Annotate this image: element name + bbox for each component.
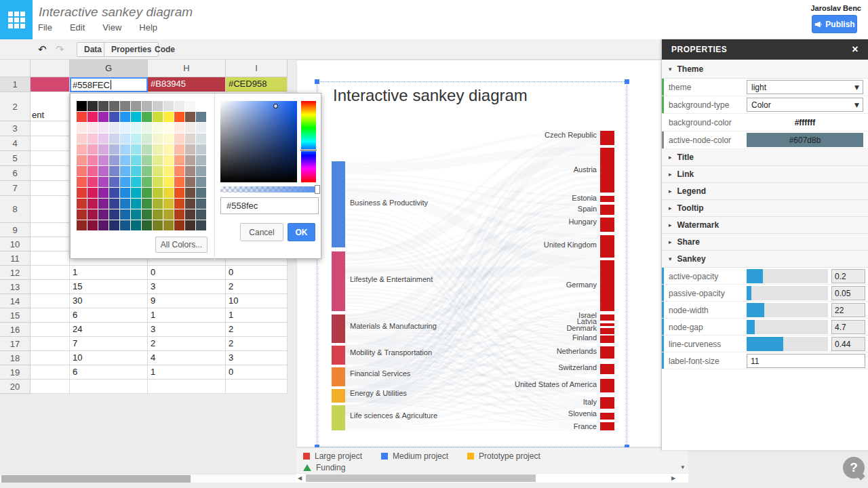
cell[interactable]: [31, 223, 70, 237]
row-header-3[interactable]: 3: [0, 121, 31, 136]
cell[interactable]: [31, 266, 70, 280]
palette-swatch[interactable]: [98, 220, 108, 230]
cell[interactable]: [226, 380, 288, 394]
corner-cell[interactable]: [0, 60, 31, 77]
palette-swatch[interactable]: [142, 112, 152, 122]
cell[interactable]: 1: [70, 266, 148, 280]
hue-handle[interactable]: [300, 149, 317, 151]
scroll-right-icon[interactable]: ▶: [671, 475, 675, 481]
palette-swatch[interactable]: [142, 134, 152, 144]
palette-swatch[interactable]: [77, 134, 87, 144]
palette-swatch[interactable]: [174, 123, 184, 133]
column-header-g[interactable]: G: [70, 60, 148, 77]
cell[interactable]: 1: [148, 365, 226, 380]
palette-swatch[interactable]: [142, 177, 152, 187]
palette-swatch[interactable]: [174, 199, 184, 209]
palette-swatch[interactable]: [98, 177, 108, 187]
palette-swatch[interactable]: [174, 166, 184, 176]
palette-swatch[interactable]: [120, 220, 130, 230]
palette-swatch[interactable]: [174, 220, 184, 230]
alpha-slider[interactable]: [220, 186, 319, 192]
palette-swatch[interactable]: [153, 166, 163, 176]
palette-swatch[interactable]: [98, 112, 108, 122]
palette-swatch[interactable]: [77, 177, 87, 187]
palette-swatch[interactable]: [185, 177, 195, 187]
legend-item[interactable]: Prototype project: [467, 451, 540, 461]
row-header-17[interactable]: 17: [0, 337, 31, 351]
palette-swatch[interactable]: [131, 123, 141, 133]
cell[interactable]: 2: [226, 323, 288, 337]
palette-swatch[interactable]: [163, 166, 174, 176]
cell[interactable]: 3: [148, 280, 226, 294]
palette-swatch[interactable]: [142, 220, 152, 230]
menu-edit[interactable]: Edit: [70, 22, 85, 33]
palette-swatch[interactable]: [77, 112, 87, 122]
palette-swatch[interactable]: [174, 112, 184, 122]
row-header-4[interactable]: 4: [0, 136, 31, 151]
help-button[interactable]: ?: [843, 457, 865, 479]
palette-swatch[interactable]: [98, 144, 108, 155]
redo-icon[interactable]: ↷: [56, 43, 64, 56]
cell[interactable]: 0: [226, 365, 288, 380]
palette-swatch[interactable]: [87, 199, 98, 209]
active-opacity-slider[interactable]: [747, 269, 828, 283]
palette-swatch[interactable]: [153, 209, 163, 220]
cell[interactable]: [31, 237, 70, 251]
section-watermark[interactable]: ▸Watermark: [662, 217, 868, 234]
row-header-2[interactable]: 2: [0, 92, 31, 121]
cell[interactable]: [31, 151, 70, 166]
palette-swatch[interactable]: [185, 112, 195, 122]
palette-swatch[interactable]: [87, 166, 98, 176]
cell[interactable]: 2: [226, 280, 288, 294]
palette-swatch[interactable]: [131, 199, 141, 209]
palette-swatch[interactable]: [109, 177, 119, 187]
palette-swatch[interactable]: [153, 188, 163, 198]
palette-swatch[interactable]: [185, 199, 195, 209]
cell-h1[interactable]: #B83945: [148, 77, 226, 92]
palette-swatch[interactable]: [174, 188, 184, 198]
palette-swatch[interactable]: [109, 101, 119, 111]
palette-swatch[interactable]: [142, 166, 152, 176]
section-theme[interactable]: ▾ Theme: [662, 60, 868, 79]
palette-swatch[interactable]: [120, 188, 130, 198]
palette-swatch[interactable]: [109, 209, 119, 220]
ok-button[interactable]: OK: [288, 223, 315, 241]
palette-swatch[interactable]: [87, 144, 98, 155]
cell[interactable]: 2: [148, 337, 226, 351]
publish-button[interactable]: Publish: [812, 15, 857, 33]
alpha-handle[interactable]: [315, 185, 320, 194]
palette-swatch[interactable]: [120, 155, 130, 165]
cell[interactable]: 7: [70, 337, 148, 351]
palette-swatch[interactable]: [142, 209, 152, 220]
palette-swatch[interactable]: [77, 166, 87, 176]
palette-swatch[interactable]: [77, 101, 87, 111]
resize-handle[interactable]: [315, 79, 319, 84]
hue-slider[interactable]: [301, 101, 316, 182]
node-gap-slider[interactable]: [747, 320, 828, 334]
palette-swatch[interactable]: [196, 209, 206, 220]
cell[interactable]: 4: [148, 351, 226, 365]
cell[interactable]: [31, 323, 70, 337]
palette-swatch[interactable]: [163, 155, 174, 165]
cell[interactable]: 3: [148, 323, 226, 337]
palette-swatch[interactable]: [174, 155, 184, 165]
palette-swatch[interactable]: [185, 134, 195, 144]
chart-canvas[interactable]: Business & ProductivityLifestyle & Enter…: [296, 60, 688, 447]
section-legend[interactable]: ▸Legend: [662, 183, 868, 200]
palette-swatch[interactable]: [185, 166, 195, 176]
selection-rectangle[interactable]: [317, 81, 627, 447]
active-opacity-value[interactable]: 0.2: [831, 269, 865, 283]
palette-swatch[interactable]: [77, 209, 87, 220]
palette-swatch[interactable]: [163, 188, 174, 198]
legend-item[interactable]: Funding: [303, 463, 345, 472]
palette-swatch[interactable]: [163, 134, 174, 144]
palette-swatch[interactable]: [131, 220, 141, 230]
palette-swatch[interactable]: [98, 134, 108, 144]
palette-swatch[interactable]: [131, 144, 141, 155]
palette-swatch[interactable]: [185, 123, 195, 133]
palette-swatch[interactable]: [77, 220, 87, 230]
row-header-6[interactable]: 6: [0, 166, 31, 181]
cell[interactable]: [31, 136, 70, 151]
palette-swatch[interactable]: [77, 123, 87, 133]
cell[interactable]: 30: [70, 294, 148, 308]
